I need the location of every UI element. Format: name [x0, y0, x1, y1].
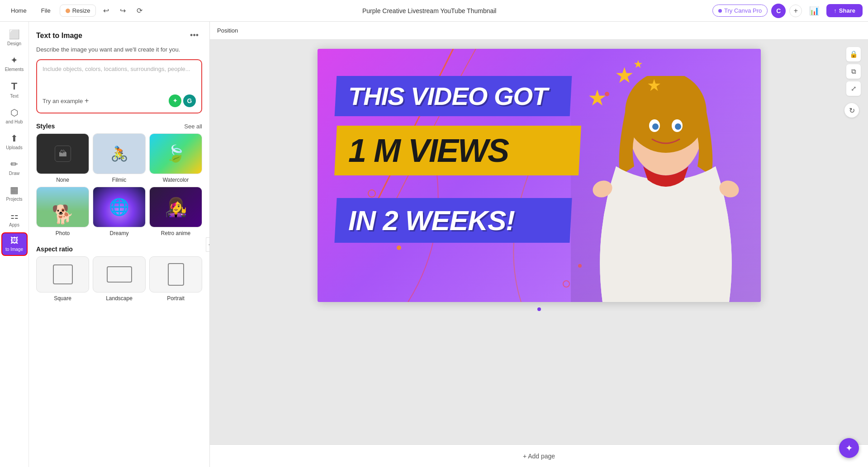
banner-2-text: 1 M VIEWS [348, 132, 567, 169]
position-bar: Position [210, 22, 868, 40]
uploads-icon: ⬆ [10, 133, 18, 144]
aspect-square-label: Square [54, 295, 71, 302]
none-inner-box: 🏔 [55, 146, 71, 162]
ai-magic-icon[interactable]: ✦ [169, 94, 181, 107]
prompt-textarea[interactable] [43, 66, 196, 93]
input-actions: Try an example + ✦ G [43, 94, 196, 107]
banner-1-text: THIS VIDEO GOT [348, 81, 558, 111]
thumbnail-canvas[interactable]: THIS VIDEO GOT 1 M VIEWS IN 2 WEEKS! ★ ★… [318, 49, 761, 302]
save-cloud-button[interactable]: ⟳ [133, 4, 146, 17]
style-dreamy-label: Dreamy [109, 230, 128, 236]
sidebar-item-label: Draw [9, 171, 19, 176]
styles-grid: 🏔 None 🚴 Filmic [29, 133, 209, 242]
aspect-portrait-card[interactable]: Portrait [149, 256, 202, 302]
try-example-label: Try an example [43, 98, 83, 104]
sidebar-item-label: to Image [5, 247, 23, 252]
page-indicators [537, 307, 541, 311]
file-button[interactable]: File [36, 5, 56, 16]
style-none-thumb: 🏔 [36, 133, 89, 174]
aspect-square-thumb [36, 256, 89, 292]
expand-button[interactable]: ⤢ [846, 81, 861, 96]
canva-pro-label: Try Canva Pro [724, 7, 762, 14]
elements-icon: ✦ [10, 55, 18, 66]
sidebar-item-label: Text [10, 94, 18, 99]
aspect-landscape-label: Landscape [106, 295, 133, 302]
avatar[interactable]: C [771, 4, 786, 18]
sidebar-item-elements[interactable]: ✦ Elements [1, 51, 28, 76]
ai-icons-group: ✦ G [169, 94, 196, 107]
sidebar-item-projects[interactable]: ▦ Projects [1, 181, 28, 206]
try-example-button[interactable]: Try an example + [43, 97, 89, 105]
add-page-label: + Add page [523, 453, 555, 460]
home-button[interactable]: Home [5, 5, 32, 16]
style-retro-card[interactable]: 👩‍🎤 Retro anime [149, 187, 202, 236]
doc-title-full: Purple Creative Livestream YouTube Thumb… [362, 7, 497, 14]
style-none-card[interactable]: 🏔 None [36, 133, 89, 183]
share-button[interactable]: ↑ Share [826, 4, 863, 17]
undo-button[interactable]: ↩ [100, 4, 113, 17]
sidebar-item-label: and Hub [6, 119, 23, 125]
panel-description: Describe the image you want and we'll cr… [29, 46, 209, 59]
sidebar-item-uploads[interactable]: ⬆ Uploads [1, 129, 28, 154]
topbar: Home File Resize ↩ ↪ ⟳ THIS VIDEO GOT Pu… [0, 0, 868, 22]
analytics-button[interactable]: 📊 [806, 4, 823, 18]
styles-title: Styles [36, 123, 55, 130]
style-photo-card[interactable]: 🐕 Photo [36, 187, 89, 236]
sidebar-item-brand[interactable]: ⬡ and Hub [1, 104, 28, 128]
style-none-label: None [56, 177, 69, 183]
style-watercolor-card[interactable]: 🍃 Watercolor [149, 133, 202, 183]
add-page-bar: + Add page [210, 444, 868, 467]
share-label: Share [839, 7, 855, 14]
banner-1: THIS VIDEO GOT [334, 76, 572, 116]
canva-pro-dot [718, 9, 722, 13]
redo-button[interactable]: ↪ [116, 4, 129, 17]
assistant-button[interactable]: ✦ [839, 438, 859, 458]
refresh-canvas-button[interactable]: ↻ [844, 103, 859, 118]
canva-pro-button[interactable]: Try Canva Pro [712, 5, 768, 17]
portrait-shape-icon [168, 263, 184, 286]
try-example-plus-icon: + [85, 97, 89, 105]
landscape-shape-icon [107, 266, 132, 283]
text-icon: T [11, 80, 17, 92]
resize-button[interactable]: Resize [60, 5, 96, 17]
canvas-area: Position 🔒 ⧉ ⤢ ↻ [210, 22, 868, 467]
aspect-ratio-title: Aspect ratio [36, 245, 73, 253]
panel-collapse-button[interactable]: ◀ [206, 237, 210, 252]
aspect-ratio-grid: Square Landscape Portrait [29, 256, 209, 307]
sidebar-item-design[interactable]: ⬜ Design [1, 25, 28, 50]
ai-gemini-icon[interactable]: G [183, 94, 196, 107]
sidebar-item-to-image[interactable]: 🖼 to Image [1, 232, 28, 256]
copy-button[interactable]: ⧉ [846, 64, 861, 79]
topbar-right: Try Canva Pro C + 📊 ↑ Share [712, 4, 863, 18]
mountain-icon: 🏔 [59, 149, 67, 159]
draw-icon: ✏ [10, 159, 18, 170]
text-to-image-panel: Text to Image ••• Describe the image you… [29, 22, 210, 467]
sidebar-item-apps[interactable]: ⚏ Apps [1, 207, 28, 231]
add-page-button[interactable]: + Add page [523, 453, 555, 460]
aspect-landscape-card[interactable]: Landscape [93, 256, 146, 302]
style-dreamy-card[interactable]: 🌐 Dreamy [93, 187, 146, 236]
see-all-button[interactable]: See all [184, 123, 202, 130]
large-star-2-icon: ★ [588, 85, 607, 110]
resize-dot [66, 9, 70, 13]
canvas-viewport[interactable]: 🔒 ⧉ ⤢ ↻ [210, 40, 868, 444]
leaf-icon: 🍃 [166, 144, 186, 163]
topbar-center: THIS VIDEO GOT Purple Creative Livestrea… [150, 7, 709, 14]
svg-point-4 [368, 190, 375, 197]
sidebar-item-draw[interactable]: ✏ Draw [1, 155, 28, 180]
aspect-square-card[interactable]: Square [36, 256, 89, 302]
add-collaborator-button[interactable]: + [789, 5, 802, 17]
sidebar-item-text[interactable]: T Text [1, 77, 28, 103]
style-filmic-card[interactable]: 🚴 Filmic [93, 133, 146, 183]
style-filmic-thumb: 🚴 [93, 133, 146, 174]
aspect-landscape-thumb [93, 256, 146, 292]
lock-button[interactable]: 🔒 [846, 47, 861, 61]
svg-point-2 [397, 245, 401, 250]
banner-2: 1 M VIEWS [334, 126, 581, 175]
banner-3: IN 2 WEEKS! [334, 198, 572, 243]
sidebar-item-label: Uploads [6, 145, 23, 151]
panel-more-button[interactable]: ••• [186, 29, 202, 42]
projects-icon: ▦ [10, 184, 19, 195]
panel-title: Text to Image [36, 32, 82, 40]
sidebar-item-label: Projects [6, 197, 22, 202]
